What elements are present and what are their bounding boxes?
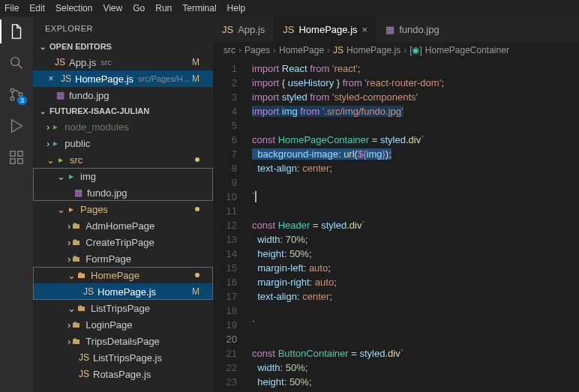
modified-dot <box>195 273 200 277</box>
modified-dot <box>195 207 200 211</box>
file-name: App.js <box>69 57 96 68</box>
folder-name: FormPage <box>86 253 131 265</box>
folder-name: TripsDetailsPage <box>86 336 160 347</box>
crumb[interactable]: HomePageContainer <box>425 45 509 55</box>
folder-icon: ▸ <box>65 204 77 214</box>
search-icon[interactable] <box>8 54 26 72</box>
file-name: fundo.jpg <box>69 90 110 101</box>
folder-login[interactable]: ›🖿LoginPage <box>33 316 213 333</box>
folder-img[interactable]: ⌄▸img <box>33 168 213 184</box>
file-name: HomePage.js <box>75 73 134 85</box>
close-icon[interactable]: × <box>362 24 368 35</box>
editor-panel: JS App.js JS HomePage.js × ▦ fundo.jpg s… <box>213 16 579 392</box>
image-icon: ▦ <box>54 90 66 100</box>
menu-help[interactable]: Help <box>227 3 246 13</box>
open-editors-section[interactable]: ⌄ OPEN EDITORS <box>33 39 213 54</box>
breadcrumb[interactable]: src› Pages› HomePage› JS HomePage.js› [◉… <box>213 42 579 58</box>
chevron-down-icon: ⌄ <box>68 303 76 314</box>
run-icon[interactable] <box>8 117 26 135</box>
explorer-title: EXPLORER <box>33 16 213 39</box>
js-icon: JS <box>60 73 72 84</box>
folder-name: CreateTripPage <box>86 237 154 248</box>
close-icon[interactable]: × <box>45 73 57 84</box>
folder-name: img <box>80 171 96 182</box>
menu-file[interactable]: File <box>4 3 19 13</box>
js-icon: JS <box>82 286 94 297</box>
folder-node-modules[interactable]: ›▸node_modules <box>33 118 213 135</box>
folder-icon: 🖿 <box>70 220 82 231</box>
modified-mark: M <box>192 286 207 297</box>
folder-icon: ▸ <box>50 138 62 148</box>
crumb[interactable]: HomePage.js <box>346 45 400 55</box>
modified-dot <box>195 157 200 162</box>
folder-homepage[interactable]: ⌄🖿HomePage <box>33 267 213 283</box>
tab-app-js[interactable]: JS App.js <box>213 16 274 42</box>
open-editor-item[interactable]: JS App.js src M <box>33 54 213 70</box>
folder-adm[interactable]: ›🖿AdmHomePage <box>33 217 213 234</box>
file-name: fundo.jpg <box>87 187 128 199</box>
svg-rect-4 <box>10 151 15 156</box>
file-homepage-js[interactable]: JSHomePage.jsM <box>33 283 213 300</box>
tabs: JS App.js JS HomePage.js × ▦ fundo.jpg <box>213 16 579 42</box>
menu-view[interactable]: View <box>103 3 122 13</box>
js-icon: JS <box>222 24 233 35</box>
file-listtrips-js[interactable]: JSListTripsPage.js <box>33 349 213 366</box>
folder-src[interactable]: ⌄▸src <box>33 151 213 168</box>
file-fundo[interactable]: ▦fundo.jpg <box>33 184 213 201</box>
modified-mark: M <box>192 73 207 84</box>
folder-name: Pages <box>80 204 108 215</box>
menu-run[interactable]: Run <box>155 3 172 13</box>
folder-name: HomePage <box>91 270 140 281</box>
folder-name: src <box>70 154 82 166</box>
chevron-down-icon: ⌄ <box>57 204 65 215</box>
open-editor-item[interactable]: ▦ fundo.jpg <box>33 87 213 103</box>
file-rotas-js[interactable]: JSRotasPage.js <box>33 366 213 382</box>
folder-icon: 🖿 <box>76 270 88 280</box>
svg-rect-5 <box>18 151 22 156</box>
explorer-icon[interactable] <box>8 22 26 40</box>
tab-homepage-js[interactable]: JS HomePage.js × <box>274 16 376 42</box>
code-editor[interactable]: 1234567891011121314151617181920212223 im… <box>213 58 579 392</box>
folder-list[interactable]: ⌄🖿ListTripsPage <box>33 300 213 316</box>
chevron-down-icon: ⌄ <box>46 154 55 166</box>
scm-badge: 3 <box>17 96 27 105</box>
chevron-down-icon: ⌄ <box>68 270 76 281</box>
js-icon: JS <box>54 57 66 67</box>
menu-terminal[interactable]: Terminal <box>182 3 216 13</box>
image-icon: ▦ <box>386 24 394 35</box>
folder-name: LoginPage <box>86 319 132 331</box>
folder-create[interactable]: ›🖿CreateTripPage <box>33 234 213 250</box>
folder-trips[interactable]: ›🖿TripsDetailsPage <box>33 333 213 349</box>
svg-point-2 <box>10 97 14 100</box>
tab-label: App.js <box>238 24 265 35</box>
file-name: RotasPage.js <box>93 369 151 380</box>
extensions-icon[interactable] <box>8 148 26 166</box>
svg-rect-7 <box>18 159 22 163</box>
crumb[interactable]: src <box>224 45 236 55</box>
folder-icon: 🖿 <box>70 319 82 330</box>
code-lines[interactable]: import React from 'react'; import { useH… <box>246 58 579 392</box>
js-icon: JS <box>78 352 90 363</box>
source-control-icon[interactable]: 3 <box>8 85 26 103</box>
folder-form[interactable]: ›🖿FormPage <box>33 250 213 267</box>
workspace-section[interactable]: ⌄ FUTUREX-ISAAC-JULIAN <box>33 103 213 118</box>
open-editors-label: OPEN EDITORS <box>50 42 112 51</box>
chevron-down-icon: ⌄ <box>57 171 65 182</box>
folder-public[interactable]: ›▸public <box>33 135 213 151</box>
sidebar: EXPLORER ⌄ OPEN EDITORS JS App.js src M … <box>33 16 213 392</box>
file-meta: src/Pages/H... <box>138 74 190 83</box>
js-icon: JS <box>78 369 90 379</box>
activity-bar: 3 <box>0 16 33 392</box>
folder-pages[interactable]: ⌄▸Pages <box>33 201 213 217</box>
js-icon: JS <box>333 45 344 55</box>
tab-fundo-jpg[interactable]: ▦ fundo.jpg <box>376 16 448 42</box>
chevron-down-icon: ⌄ <box>39 43 46 51</box>
crumb[interactable]: HomePage <box>279 45 324 55</box>
open-editor-item[interactable]: × JS HomePage.js src/Pages/H... M <box>33 70 213 87</box>
menu-go[interactable]: Go <box>133 3 145 13</box>
menu-edit[interactable]: Edit <box>29 3 45 13</box>
menu-selection[interactable]: Selection <box>56 3 92 13</box>
file-name: ListTripsPage.js <box>93 352 162 364</box>
file-meta: src <box>100 58 112 67</box>
crumb[interactable]: Pages <box>244 45 270 55</box>
